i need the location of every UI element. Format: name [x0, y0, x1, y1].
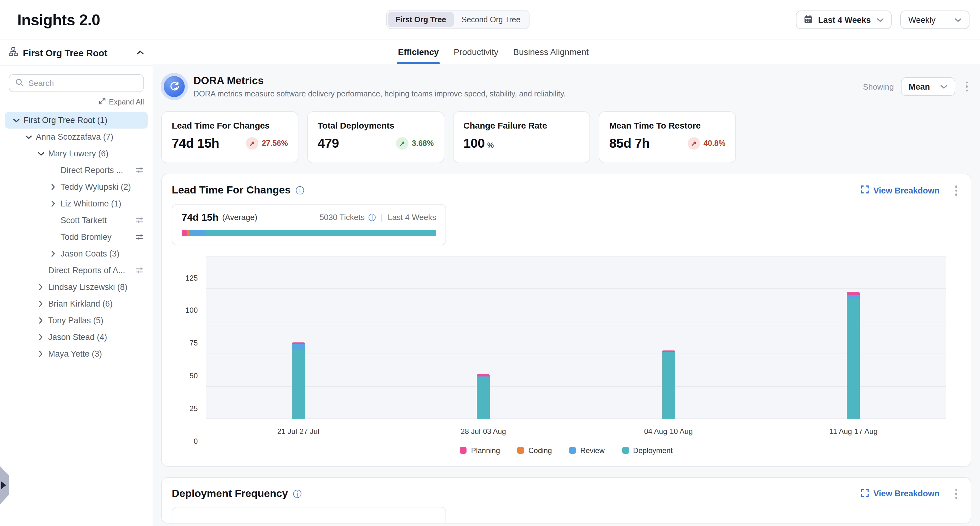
kebab-menu-icon[interactable]: [951, 486, 961, 501]
gridline: [206, 256, 946, 256]
chevron-spacer: [36, 265, 46, 275]
tree-item-label: Jason Coats (3): [60, 249, 119, 258]
lead-time-panel: Lead Time For Changes ⓘ View Breakdown 7…: [161, 174, 971, 466]
legend-item[interactable]: Review: [569, 446, 605, 454]
chevron-right-icon[interactable]: [36, 299, 46, 309]
filter-sliders-icon[interactable]: [135, 216, 144, 225]
triangle-right-icon: [1, 481, 6, 489]
tab-business-alignment[interactable]: Business Alignment: [512, 40, 590, 64]
kebab-menu-icon[interactable]: [962, 79, 971, 94]
tree-item-label: Jason Stead (4): [48, 333, 107, 342]
kebab-menu-icon[interactable]: [951, 183, 961, 198]
chevron-right-icon[interactable]: [48, 182, 58, 192]
org-tree-tab-first[interactable]: First Org Tree: [388, 12, 453, 27]
stacked-bar[interactable]: [477, 374, 490, 419]
tree-item[interactable]: First Org Tree Root (1): [5, 112, 148, 129]
trend-badge: ↗27.56%: [246, 137, 288, 150]
tree-item[interactable]: Jason Coats (3): [5, 245, 148, 262]
x-axis-tick-label: 11 Aug-17 Aug: [830, 427, 878, 435]
trend-up-arrow-icon: ↗: [687, 137, 700, 150]
view-breakdown-button[interactable]: View Breakdown: [861, 489, 940, 499]
stacked-bar[interactable]: [662, 350, 675, 419]
tree-item[interactable]: Liz Whittome (1): [5, 195, 148, 212]
tree-item[interactable]: Todd Bromley: [5, 229, 148, 245]
legend-label: Coding: [528, 446, 552, 454]
gridline: [206, 321, 946, 321]
y-axis-tick-label: 25: [172, 404, 198, 413]
sidebar-header-label: First Org Tree Root: [23, 47, 132, 58]
legend-item[interactable]: Coding: [517, 446, 552, 454]
bar-segment-deployment: [477, 377, 490, 419]
metric-card-unit: %: [487, 141, 494, 150]
metric-card-value: 479: [318, 136, 339, 151]
expand-corners-icon: [861, 489, 869, 499]
trend-badge: ↗3.68%: [396, 137, 434, 150]
tree-item[interactable]: Mary Lowery (6): [5, 145, 148, 162]
chevron-right-icon[interactable]: [48, 249, 58, 259]
showing-label: Showing: [863, 82, 894, 91]
filter-sliders-icon[interactable]: [135, 233, 144, 241]
tree-item[interactable]: Teddy Wylupski (2): [5, 179, 148, 195]
metric-card: Mean Time To Restore85d 7h↗40.8%: [599, 111, 736, 163]
search-icon: [16, 78, 24, 89]
tree-item[interactable]: Scott Tarkett: [5, 212, 148, 229]
date-range-select[interactable]: Last 4 Weeks: [796, 11, 892, 29]
tree-item-label: Scott Tarkett: [60, 216, 107, 225]
legend-label: Deployment: [633, 446, 673, 454]
tree-item[interactable]: Jason Stead (4): [5, 329, 148, 346]
search-input[interactable]: [29, 78, 137, 88]
tree-item[interactable]: Anna Scozzafava (7): [5, 129, 148, 145]
y-axis-tick-label: 75: [172, 339, 198, 347]
chevron-right-icon[interactable]: [36, 349, 46, 359]
chevron-down-icon[interactable]: [11, 115, 21, 125]
tree-item[interactable]: Tony Pallas (5): [5, 312, 148, 329]
granularity-select[interactable]: Weekly: [900, 11, 969, 29]
tree-item[interactable]: Lindsay Liszewski (8): [5, 279, 148, 295]
legend-item[interactable]: Planning: [460, 446, 500, 454]
y-axis-tick-label: 100: [172, 306, 198, 315]
tree-item-label: Maya Yette (3): [48, 349, 102, 359]
filter-sliders-icon[interactable]: [135, 166, 144, 174]
tree-item[interactable]: Direct Reports of A...: [5, 262, 148, 279]
chevron-right-icon[interactable]: [36, 316, 46, 325]
tree-item[interactable]: Direct Reports ...: [5, 162, 148, 179]
stacked-bar[interactable]: [847, 292, 860, 419]
collapse-section-chevron-up-icon[interactable]: [137, 50, 144, 55]
trend-delta-value: 27.56%: [262, 139, 288, 148]
date-range-value: Last 4 Weeks: [818, 15, 871, 24]
expand-all-button[interactable]: Expand All: [9, 98, 144, 106]
tab-productivity[interactable]: Productivity: [452, 40, 500, 64]
view-breakdown-button[interactable]: View Breakdown: [861, 186, 940, 196]
deployment-frequency-summary-card-partial: [172, 507, 446, 523]
org-tree-sidebar: First Org Tree Root Expand All First Org…: [0, 40, 153, 526]
app-title: Insights 2.0: [17, 11, 100, 29]
expand-all-label: Expand All: [109, 98, 144, 106]
sidebar-collapse-handle[interactable]: [0, 466, 9, 504]
legend-item[interactable]: Deployment: [622, 446, 673, 454]
org-tree-tab-second[interactable]: Second Org Tree: [454, 12, 528, 27]
chevron-right-icon[interactable]: [36, 332, 46, 342]
tree-item[interactable]: Maya Yette (3): [5, 346, 148, 362]
tab-efficiency[interactable]: Efficiency: [397, 40, 440, 64]
chevron-right-icon[interactable]: [36, 282, 46, 292]
info-icon[interactable]: ⓘ: [293, 489, 302, 498]
separator: |: [381, 213, 383, 222]
chevron-right-icon[interactable]: [48, 199, 58, 209]
chevron-down-icon[interactable]: [36, 149, 46, 159]
main-area: Efficiency Productivity Business Alignme…: [153, 40, 980, 526]
info-icon[interactable]: ⓘ: [296, 186, 304, 195]
deployment-frequency-title: Deployment Frequency: [172, 488, 288, 500]
metric-card: Total Deployments479↗3.68%: [307, 111, 444, 163]
aggregation-select[interactable]: Mean: [900, 77, 955, 96]
stacked-bar[interactable]: [292, 343, 305, 419]
bar-segment-deployment: [847, 298, 860, 419]
filter-sliders-icon[interactable]: [135, 266, 144, 274]
chart-plot-area: [206, 256, 946, 419]
top-bar-controls: Last 4 Weeks Weekly: [796, 11, 969, 29]
tree-item-label: Brian Kirkland (6): [48, 299, 113, 308]
chevron-down-icon[interactable]: [24, 132, 33, 142]
summary-period: Last 4 Weeks: [388, 213, 436, 222]
legend-swatch: [517, 447, 524, 454]
info-icon[interactable]: ⓘ: [368, 214, 376, 221]
tree-item[interactable]: Brian Kirkland (6): [5, 295, 148, 312]
